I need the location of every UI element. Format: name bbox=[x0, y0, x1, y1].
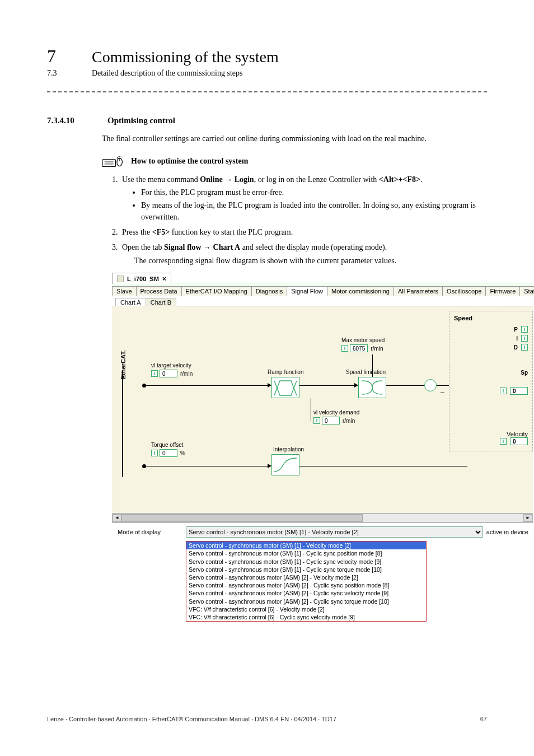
main-tab-oscilloscope[interactable]: Oscilloscope bbox=[442, 286, 486, 296]
interpolation-plot[interactable] bbox=[271, 454, 299, 475]
mode-option[interactable]: Servo control - synchronous motor (SM) [… bbox=[186, 542, 426, 549]
mode-option[interactable]: Servo control - synchronous motor (SM) [… bbox=[186, 549, 426, 557]
mode-option[interactable]: VFC: V/f characteristic control [6] - Ve… bbox=[186, 605, 426, 613]
footer-text: Lenze · Controller-based Automation · Et… bbox=[47, 716, 336, 722]
active-in-device-label: active in device bbox=[486, 529, 530, 535]
subsection-title: Optimising control bbox=[107, 116, 175, 125]
howto-title: How to optimise the control system bbox=[131, 157, 248, 166]
chart-tabstrip: Chart AChart B bbox=[112, 296, 533, 306]
document-tab[interactable]: L_i700_SM × bbox=[112, 273, 171, 284]
max-speed-value[interactable]: 6075 bbox=[350, 344, 368, 352]
mouse-keyboard-icon bbox=[102, 155, 123, 168]
ethercat-label: EtherCAT. bbox=[120, 351, 127, 380]
d-gain-button[interactable]: I bbox=[521, 344, 528, 351]
close-icon[interactable]: × bbox=[162, 275, 166, 283]
speed-low-value[interactable]: 0 bbox=[510, 387, 528, 395]
node-vl-velocity-demand: vl velocity demand I0r/min bbox=[313, 409, 359, 424]
step-3-note: The corresponding signal flow diagram is… bbox=[134, 256, 487, 265]
document-icon bbox=[117, 276, 124, 282]
main-tab-process-data[interactable]: Process Data bbox=[136, 286, 182, 296]
chart-tab-chart-b[interactable]: Chart B bbox=[146, 298, 176, 306]
mode-option[interactable]: Servo control - synchronous motor (SM) [… bbox=[186, 566, 426, 573]
main-tab-slave[interactable]: Slave bbox=[112, 286, 137, 296]
step-1-bullet-1: For this, the PLC program must be error-… bbox=[141, 186, 487, 198]
mode-option[interactable]: Servo control - asynchronous motor (ASM)… bbox=[186, 573, 426, 581]
step-1-bullet-2: By means of the log-in, the PLC program … bbox=[141, 199, 487, 223]
i-gain-button[interactable]: I bbox=[521, 335, 528, 342]
vl-demand-value[interactable]: 0 bbox=[322, 417, 340, 424]
step-2: Press the <F5> function key to start the… bbox=[120, 226, 487, 238]
section-title: Detailed description of the commissionin… bbox=[92, 69, 242, 78]
chapter-title: Commissioning of the system bbox=[92, 48, 279, 66]
mode-option[interactable]: VFC: V/f characteristic control [6] - Cy… bbox=[186, 613, 426, 621]
main-tab-motor-commissioning[interactable]: Motor commissioning bbox=[327, 286, 394, 296]
velocity-value[interactable]: 0 bbox=[510, 437, 528, 445]
mode-option[interactable]: Servo control - asynchronous motor (ASM)… bbox=[186, 581, 426, 589]
node-speed-limitation: Speed limitation bbox=[346, 369, 386, 376]
velocity-label: Velocity bbox=[454, 431, 528, 437]
scroll-right-icon[interactable]: ► bbox=[523, 514, 532, 522]
speed-controller-panel: Speed PI II DI Sp I0 Velocity I0 bbox=[449, 311, 533, 451]
mode-dropdown-list[interactable]: Servo control - synchronous motor (SM) [… bbox=[186, 541, 427, 622]
mode-option[interactable]: Servo control - asynchronous motor (ASM)… bbox=[186, 589, 426, 597]
signal-flow-screenshot: L_i700_SM × SlaveProcess DataEtherCAT I/… bbox=[112, 272, 533, 622]
mode-option[interactable]: Servo control - synchronous motor (SM) [… bbox=[186, 558, 426, 566]
divider: _ _ _ _ _ _ _ _ _ _ _ _ _ _ _ _ _ _ _ _ … bbox=[47, 91, 487, 99]
p-gain-button[interactable]: I bbox=[521, 326, 528, 333]
speed-panel-title: Speed bbox=[454, 315, 528, 321]
page-number: 67 bbox=[480, 716, 487, 722]
main-tabstrip: SlaveProcess DataEtherCAT I/O MappingDia… bbox=[112, 283, 533, 296]
main-tab-all-parameters[interactable]: All Parameters bbox=[394, 286, 443, 296]
mode-option[interactable]: Servo control - asynchronous motor (ASM)… bbox=[186, 598, 426, 605]
node-torque-offset: Torque offset I0% bbox=[151, 442, 185, 457]
chapter-number: 7 bbox=[47, 46, 58, 67]
scroll-left-icon[interactable]: ◄ bbox=[113, 514, 121, 522]
ramp-plot[interactable] bbox=[271, 377, 299, 398]
node-ramp-function: Ramp function bbox=[268, 369, 303, 376]
subsection-number: 7.3.4.10 bbox=[47, 116, 85, 125]
torque-offset-value[interactable]: 0 bbox=[160, 449, 177, 457]
main-tab-firmware[interactable]: Firmware bbox=[485, 286, 520, 296]
main-tab-stat[interactable]: Stat bbox=[519, 286, 534, 296]
horizontal-scrollbar[interactable]: ◄ ► bbox=[112, 514, 533, 522]
step-3: Open the tab Signal flow → Chart A and s… bbox=[120, 241, 487, 253]
main-tab-ethercat-i-o-mapping[interactable]: EtherCAT I/O Mapping bbox=[181, 286, 252, 296]
mode-of-display-select[interactable]: Servo control - synchronous motor (SM) [… bbox=[186, 526, 483, 538]
main-tab-signal-flow[interactable]: Signal Flow bbox=[287, 286, 327, 296]
summing-junction bbox=[424, 379, 437, 391]
vl-target-value[interactable]: 0 bbox=[160, 370, 177, 377]
mode-of-display-label: Mode of display bbox=[115, 529, 182, 535]
intro-paragraph: The final controller settings are carrie… bbox=[102, 133, 487, 144]
chart-tab-chart-a[interactable]: Chart A bbox=[115, 298, 146, 306]
node-max-motor-speed: Max motor speed I6075r/min bbox=[341, 337, 385, 352]
step-1: Use the menu command Online → Login, or … bbox=[120, 174, 487, 223]
node-vl-target-velocity: vl target velocity I0r/min bbox=[151, 362, 193, 377]
signal-flow-diagram[interactable]: EtherCAT. vl target velocity I0r/min Ram… bbox=[112, 306, 533, 514]
speed-lim-plot[interactable] bbox=[358, 377, 386, 398]
main-tab-diagnosis[interactable]: Diagnosis bbox=[251, 286, 287, 296]
document-tab-label: L_i700_SM bbox=[127, 276, 159, 282]
node-interpolation: Interpolation bbox=[273, 446, 304, 454]
section-number: 7.3 bbox=[47, 69, 58, 78]
